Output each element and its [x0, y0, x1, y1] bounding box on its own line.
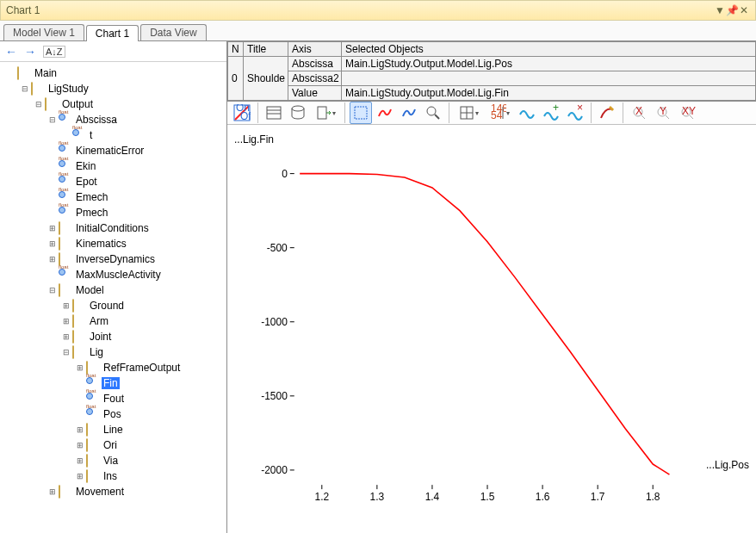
tree-label[interactable]: Movement	[74, 486, 126, 498]
props-button[interactable]	[263, 102, 285, 124]
tree-item[interactable]: KinematicError	[0, 143, 226, 158]
tree-label[interactable]: Output	[60, 98, 95, 110]
expand-icon[interactable]: ⊞	[74, 456, 86, 465]
model-tree[interactable]: Main⊟LigStudy⊟Output⊟AbscissatKinematicE…	[0, 62, 226, 533]
tree-item[interactable]: ⊟Model	[0, 282, 226, 298]
zoom-box-button[interactable]	[350, 102, 372, 124]
toggle-onoff-button[interactable]: OnOff	[231, 102, 253, 124]
tree-item[interactable]: ⊟LigStudy	[0, 81, 226, 96]
close-icon[interactable]: ✕	[738, 4, 750, 16]
tree-label[interactable]: Epot	[74, 176, 99, 188]
tree-label[interactable]: KinematicError	[74, 145, 146, 157]
cell-selected[interactable]	[342, 71, 756, 86]
tab-model-view-1[interactable]: Model View 1	[3, 24, 84, 40]
forward-icon[interactable]: →	[24, 45, 36, 59]
tree-label[interactable]: Pos	[102, 408, 123, 420]
tree-label[interactable]: Joint	[88, 331, 113, 343]
tree-item[interactable]: ⊟Output	[0, 96, 226, 112]
collapse-icon[interactable]: ⊟	[19, 84, 31, 93]
expand-icon[interactable]: ⊞	[60, 332, 72, 341]
expand-icon[interactable]: ⊞	[74, 363, 86, 372]
tree-item[interactable]: ⊞Joint	[0, 329, 226, 344]
tree-label[interactable]: Ori	[102, 439, 119, 451]
tree-label[interactable]: Pmech	[74, 207, 109, 219]
expand-icon[interactable]: ⊞	[60, 301, 72, 310]
zoom-all-button[interactable]: XY	[676, 102, 698, 124]
tree-item[interactable]: ⊞Ground	[0, 298, 226, 313]
expand-icon[interactable]: ⊞	[60, 317, 72, 325]
wave-del-button[interactable]: ×	[564, 102, 586, 124]
tree-item[interactable]: ⊞Kinematics	[0, 236, 226, 251]
expand-icon[interactable]: ⊞	[74, 441, 86, 449]
tree-item[interactable]: Pmech	[0, 205, 226, 220]
tree-item[interactable]: ⊞Via	[0, 453, 226, 468]
tree-label[interactable]: Ins	[102, 470, 119, 482]
series-grid[interactable]: N Title Axis Selected Objects 0 Shoulde …	[227, 41, 756, 102]
tree-item[interactable]: Emech	[0, 189, 226, 205]
tree-item[interactable]: ⊞Ori	[0, 437, 226, 453]
grid-row[interactable]: Value Main.LigStudy.Output.Model.Lig.Fin	[228, 86, 756, 101]
col-selected[interactable]: Selected Objects	[342, 42, 756, 57]
tree-item[interactable]: ⊞RefFrameOutput	[0, 360, 226, 375]
tab-chart-1[interactable]: Chart 1	[86, 25, 139, 41]
col-axis[interactable]: Axis	[288, 42, 342, 57]
tree-label[interactable]: Model	[74, 284, 106, 296]
cell-selected[interactable]: Main.LigStudy.Output.Model.Lig.Pos	[342, 57, 756, 71]
tree-item[interactable]: Ekin	[0, 158, 226, 174]
tree-item[interactable]: ⊟Lig	[0, 344, 226, 360]
pin-icon[interactable]: 📌	[726, 4, 738, 16]
expand-icon[interactable]: ⊞	[46, 239, 59, 248]
tree-item[interactable]: t	[0, 127, 226, 143]
tree-label[interactable]: Main	[33, 67, 59, 79]
tree-item[interactable]: ⊞Movement	[0, 484, 226, 499]
tree-label[interactable]: RefFrameOutput	[102, 362, 182, 374]
dropdown-icon[interactable]: ▼	[714, 4, 726, 16]
pan-red-button[interactable]	[374, 102, 396, 124]
col-title[interactable]: Title	[244, 42, 288, 57]
tree-label[interactable]: Kinematics	[74, 238, 128, 250]
tree-label[interactable]: LigStudy	[46, 83, 90, 95]
tree-label[interactable]: Ground	[88, 300, 126, 312]
chart-area[interactable]: ...Lig.Fin ...Lig.Pos 0-500-1000-1500-20…	[227, 125, 756, 533]
expand-icon[interactable]: ⊞	[46, 224, 59, 232]
search-button[interactable]	[422, 102, 444, 124]
tree-item[interactable]: ⊞InitialConditions	[0, 220, 226, 236]
wave-add-button[interactable]: +	[540, 102, 562, 124]
tree-item[interactable]: Fout	[0, 391, 226, 406]
cell-axis[interactable]: Abscissa2	[288, 71, 342, 86]
expand-icon[interactable]: ⊞	[46, 487, 59, 496]
tree-item[interactable]: ⊞InverseDynamics	[0, 251, 226, 267]
sort-button[interactable]: A↓Z	[43, 46, 65, 58]
cell-n[interactable]: 0	[228, 57, 244, 101]
tree-item[interactable]: Epot	[0, 174, 226, 189]
tree-label[interactable]: InverseDynamics	[74, 253, 157, 265]
curve-edit-button[interactable]	[596, 102, 618, 124]
tree-label[interactable]: Via	[102, 455, 120, 467]
tree-item[interactable]: Fin	[0, 375, 226, 391]
tree-item[interactable]: MaxMuscleActivity	[0, 267, 226, 282]
col-n[interactable]: N	[228, 42, 244, 57]
tree-label[interactable]: InitialConditions	[74, 222, 151, 234]
tree-label[interactable]: Line	[102, 424, 125, 436]
tree-label[interactable]: Fout	[102, 393, 126, 405]
ticks-button[interactable]: 14854▾	[485, 102, 514, 124]
pan-blue-button[interactable]	[398, 102, 420, 124]
zoom-x-fit-button[interactable]: X	[628, 102, 650, 124]
cell-title[interactable]: Shoulde	[244, 57, 288, 101]
collapse-icon[interactable]: ⊟	[60, 348, 72, 356]
tree-label[interactable]: Ekin	[74, 160, 97, 172]
grid-button[interactable]: ▾	[454, 102, 483, 124]
data-button[interactable]	[287, 102, 309, 124]
tree-label[interactable]: Lig	[88, 346, 105, 358]
expand-icon[interactable]: ⊞	[74, 472, 86, 480]
grid-row[interactable]: 0 Shoulde Abscissa Main.LigStudy.Output.…	[228, 57, 756, 71]
tree-item[interactable]: ⊟Abscissa	[0, 112, 226, 127]
tree-item[interactable]: ⊞Ins	[0, 468, 226, 484]
cell-axis[interactable]: Abscissa	[288, 57, 342, 71]
chart-plot[interactable]: 0-500-1000-1500-20001.21.31.41.51.61.71.…	[234, 132, 749, 533]
grid-row[interactable]: Abscissa2	[228, 71, 756, 86]
tree-label[interactable]: t	[88, 129, 94, 141]
tree-item[interactable]: ⊞Arm	[0, 313, 226, 329]
tree-item[interactable]: ⊞Line	[0, 422, 226, 437]
tree-label[interactable]: Abscissa	[74, 114, 119, 126]
